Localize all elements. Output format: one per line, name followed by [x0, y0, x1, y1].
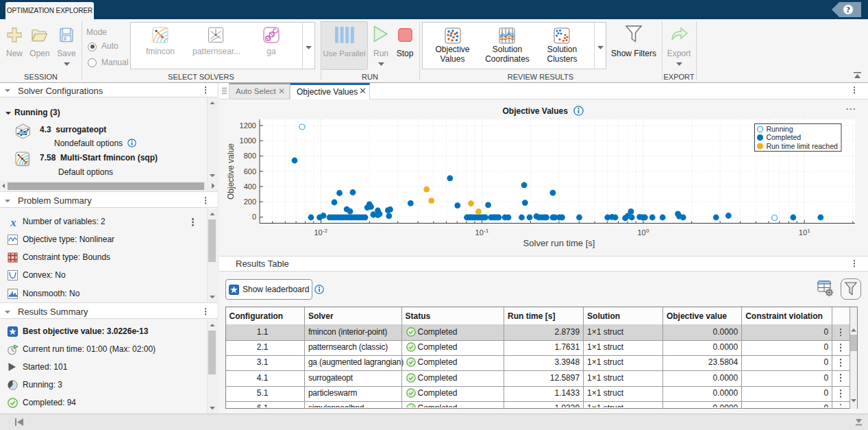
svg-text:1: 1 [807, 228, 810, 234]
svg-text:10: 10 [475, 228, 484, 237]
svg-text:10: 10 [314, 228, 322, 237]
svg-text:400: 400 [244, 182, 256, 191]
svg-text:?: ? [846, 5, 850, 14]
svg-text:10: 10 [638, 228, 646, 237]
svg-text:Run time limit reached: Run time limit reached [766, 142, 838, 150]
svg-text:0: 0 [646, 228, 649, 234]
svg-text:0: 0 [252, 213, 256, 221]
svg-text:-1: -1 [484, 228, 489, 234]
svg-text:Objective value: Objective value [226, 143, 236, 200]
svg-text:Running: Running [766, 125, 793, 133]
svg-text:-2: -2 [323, 228, 328, 234]
svg-text:x: x [10, 217, 16, 228]
svg-text:Completed: Completed [766, 133, 801, 141]
svg-text:1000: 1000 [240, 136, 256, 145]
svg-text:200: 200 [244, 198, 256, 206]
svg-text:800: 800 [244, 152, 256, 160]
svg-text:Solver run time [s]: Solver run time [s] [523, 238, 595, 248]
svg-text:10: 10 [799, 228, 807, 237]
svg-text:1200: 1200 [240, 121, 256, 130]
svg-text:600: 600 [244, 167, 256, 176]
